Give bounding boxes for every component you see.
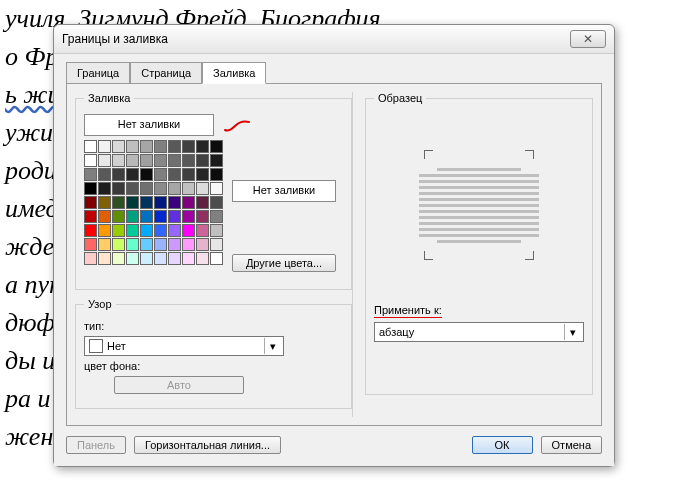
color-swatch[interactable] bbox=[140, 224, 153, 237]
color-swatch[interactable] bbox=[210, 154, 223, 167]
horizontal-line-button[interactable]: Горизонтальная линия... bbox=[134, 436, 281, 454]
color-swatch[interactable] bbox=[210, 140, 223, 153]
color-swatch[interactable] bbox=[112, 196, 125, 209]
color-swatch[interactable] bbox=[98, 196, 111, 209]
color-swatch[interactable] bbox=[140, 168, 153, 181]
color-swatch[interactable] bbox=[182, 140, 195, 153]
color-swatch[interactable] bbox=[168, 224, 181, 237]
color-swatch[interactable] bbox=[168, 182, 181, 195]
color-swatch[interactable] bbox=[112, 154, 125, 167]
color-swatch[interactable] bbox=[182, 182, 195, 195]
color-swatch[interactable] bbox=[84, 168, 97, 181]
color-swatch[interactable] bbox=[168, 210, 181, 223]
color-swatch[interactable] bbox=[154, 224, 167, 237]
color-swatch[interactable] bbox=[182, 238, 195, 251]
pattern-type-select[interactable]: Нет ▾ bbox=[84, 336, 284, 356]
color-swatch[interactable] bbox=[140, 182, 153, 195]
color-swatch[interactable] bbox=[126, 224, 139, 237]
color-swatch[interactable] bbox=[182, 224, 195, 237]
color-swatch[interactable] bbox=[84, 196, 97, 209]
color-swatch[interactable] bbox=[84, 210, 97, 223]
color-swatch[interactable] bbox=[182, 168, 195, 181]
color-swatch[interactable] bbox=[154, 182, 167, 195]
color-swatch[interactable] bbox=[210, 224, 223, 237]
color-swatch[interactable] bbox=[182, 196, 195, 209]
color-swatch[interactable] bbox=[182, 210, 195, 223]
color-swatch[interactable] bbox=[98, 224, 111, 237]
color-swatch[interactable] bbox=[196, 224, 209, 237]
no-fill-button[interactable]: Нет заливки bbox=[84, 114, 214, 136]
color-swatch[interactable] bbox=[196, 182, 209, 195]
color-swatch[interactable] bbox=[84, 238, 97, 251]
color-swatch[interactable] bbox=[154, 252, 167, 265]
color-swatch[interactable] bbox=[210, 238, 223, 251]
color-swatch[interactable] bbox=[196, 238, 209, 251]
color-swatch[interactable] bbox=[154, 168, 167, 181]
color-swatch[interactable] bbox=[210, 210, 223, 223]
color-swatch[interactable] bbox=[126, 196, 139, 209]
color-swatch[interactable] bbox=[196, 210, 209, 223]
color-swatch[interactable] bbox=[98, 154, 111, 167]
color-swatch[interactable] bbox=[210, 252, 223, 265]
color-swatch[interactable] bbox=[126, 252, 139, 265]
apply-to-select[interactable]: абзацу ▾ bbox=[374, 322, 584, 342]
color-swatch[interactable] bbox=[126, 210, 139, 223]
color-swatch[interactable] bbox=[140, 154, 153, 167]
color-swatch[interactable] bbox=[98, 140, 111, 153]
color-swatch[interactable] bbox=[182, 154, 195, 167]
color-swatch[interactable] bbox=[112, 182, 125, 195]
color-swatch[interactable] bbox=[154, 238, 167, 251]
color-swatch[interactable] bbox=[84, 224, 97, 237]
color-swatch[interactable] bbox=[168, 140, 181, 153]
color-swatch[interactable] bbox=[196, 252, 209, 265]
color-swatch[interactable] bbox=[112, 140, 125, 153]
color-swatch[interactable] bbox=[112, 168, 125, 181]
color-swatch[interactable] bbox=[98, 182, 111, 195]
titlebar[interactable]: Границы и заливка ✕ bbox=[54, 25, 614, 54]
tab-fill[interactable]: Заливка bbox=[202, 62, 266, 84]
color-swatch[interactable] bbox=[126, 154, 139, 167]
color-swatch[interactable] bbox=[112, 238, 125, 251]
color-swatch[interactable] bbox=[84, 140, 97, 153]
color-swatch[interactable] bbox=[168, 196, 181, 209]
color-swatch[interactable] bbox=[84, 154, 97, 167]
color-swatch[interactable] bbox=[168, 252, 181, 265]
color-swatch[interactable] bbox=[210, 196, 223, 209]
color-swatch[interactable] bbox=[112, 252, 125, 265]
color-swatch[interactable] bbox=[126, 182, 139, 195]
cancel-button[interactable]: Отмена bbox=[541, 436, 602, 454]
color-swatch[interactable] bbox=[98, 252, 111, 265]
color-swatch[interactable] bbox=[84, 182, 97, 195]
color-swatch[interactable] bbox=[182, 252, 195, 265]
close-button[interactable]: ✕ bbox=[570, 30, 606, 48]
color-swatch[interactable] bbox=[140, 210, 153, 223]
color-swatch[interactable] bbox=[140, 140, 153, 153]
color-swatch[interactable] bbox=[140, 196, 153, 209]
color-swatch[interactable] bbox=[84, 252, 97, 265]
color-swatch[interactable] bbox=[196, 196, 209, 209]
color-swatch[interactable] bbox=[168, 168, 181, 181]
tab-page[interactable]: Страница bbox=[130, 62, 202, 84]
color-swatch[interactable] bbox=[210, 182, 223, 195]
color-swatch[interactable] bbox=[154, 140, 167, 153]
tab-border[interactable]: Граница bbox=[66, 62, 130, 84]
color-swatch[interactable] bbox=[126, 168, 139, 181]
color-swatch[interactable] bbox=[154, 196, 167, 209]
color-swatch[interactable] bbox=[112, 224, 125, 237]
color-swatch[interactable] bbox=[98, 238, 111, 251]
color-swatch[interactable] bbox=[168, 154, 181, 167]
color-swatch[interactable] bbox=[154, 210, 167, 223]
color-swatch[interactable] bbox=[196, 140, 209, 153]
color-swatch[interactable] bbox=[140, 238, 153, 251]
color-swatch[interactable] bbox=[112, 210, 125, 223]
ok-button[interactable]: ОК bbox=[472, 436, 533, 454]
color-swatch[interactable] bbox=[98, 210, 111, 223]
color-swatch[interactable] bbox=[126, 140, 139, 153]
color-swatch[interactable] bbox=[140, 252, 153, 265]
color-swatch[interactable] bbox=[168, 238, 181, 251]
color-swatch[interactable] bbox=[154, 154, 167, 167]
color-swatch[interactable] bbox=[210, 168, 223, 181]
color-swatch[interactable] bbox=[196, 154, 209, 167]
more-colors-button[interactable]: Другие цвета... bbox=[232, 254, 336, 272]
color-swatch[interactable] bbox=[196, 168, 209, 181]
